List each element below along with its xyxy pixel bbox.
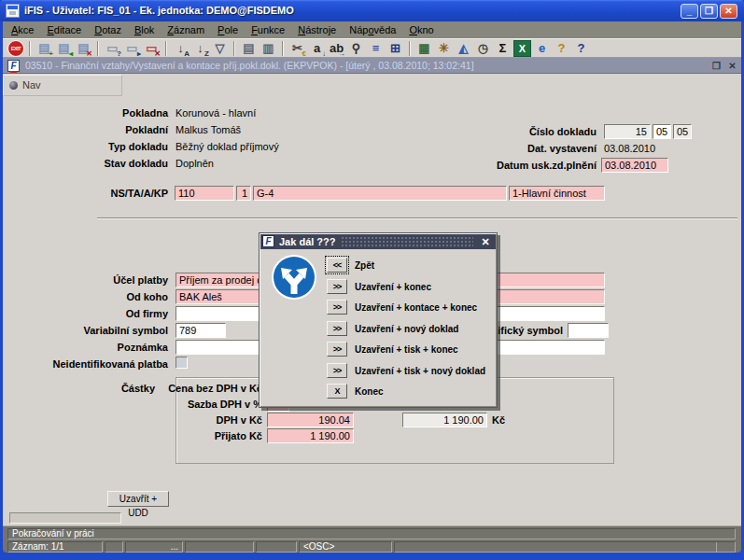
pokladna-label: Pokladna [40,107,168,119]
cut-euro-icon[interactable]: ✂€ [288,40,306,57]
field-down-icon[interactable]: a↓ [308,40,326,57]
menu-akce[interactable]: Akce [5,23,40,36]
dialog-button-label: Uzavření + kontace + konec [355,300,477,315]
cancel-query-icon[interactable]: ▭✕ [143,40,161,57]
outline-list-icon[interactable]: ≡ [367,40,385,57]
ucel-platby-label: Účel platby [40,274,168,286]
folder-chart-icon[interactable]: ▦ [415,40,433,57]
dialog-button-konec[interactable]: X [327,384,347,399]
stav-dokladu-value: Doplněn [175,158,214,169]
sum-icon[interactable]: Σ [494,40,512,57]
status-message: Pokračování v práci [7,528,736,539]
typ-dokladu-value: Běžný doklad příjmový [175,141,279,152]
stav-dokladu-label: Stav dokladu [40,158,168,169]
toolbar-separator [165,41,167,56]
form-canvas: Nav Pokladna Korunová - hlavní Pokladní … [3,74,741,525]
kp-field[interactable]: 1-Hlavní činnost [509,186,605,201]
mdi-restore-button[interactable]: ❐ [709,60,723,72]
neident-platba-checkbox[interactable] [175,357,188,369]
jak-dal-dialog: F Jak dál ??? ✕ <<Zpět>>Uzavření + konec… [259,232,498,408]
datum-plneni-label: Datum usk.zd.plnění [423,160,597,171]
dph-total-field[interactable]: 1 190.00 [402,413,487,427]
clock-icon[interactable]: ◷ [474,40,492,57]
poznamka-label: Poznámka [21,342,168,353]
variabilni-symbol-field[interactable]: 789 [175,323,226,338]
dialog-button-option-3[interactable]: >> [327,321,347,336]
dialog-close-icon[interactable]: ✕ [479,235,492,248]
help-icon[interactable]: ? [572,40,590,57]
specificky-symbol-field[interactable] [568,323,609,338]
dialog-ifis-icon: F [262,235,274,247]
ns-label: NS/TA/A/KP [40,188,168,199]
ns-field[interactable]: 110 [175,186,234,201]
dialog-button-zpet[interactable]: << [327,258,347,273]
dph-kc-field[interactable]: 190.04 [267,413,354,427]
variabilni-symbol-label: Variabilní symbol [40,325,168,336]
replace-icon[interactable]: ab→ [328,40,345,57]
cislo-dokladu-label: Číslo dokladu [423,126,597,137]
status-list-indicator: ... [125,541,183,553]
cislo-dokladu-field-2[interactable]: 05 [653,124,671,139]
record-counter: Záznam: 1/1 [7,541,103,553]
dialog-button-option-4[interactable]: >> [327,342,347,357]
window-titlebar[interactable]: iFIS - Uživatel: FIS_01 - Ek. jednotka: … [0,0,744,21]
menu-blok[interactable]: Blok [128,23,161,36]
a-field[interactable]: G-4 [253,186,507,201]
prijato-kc-field[interactable]: 1 190.00 [267,428,354,443]
mountain-icon[interactable]: ◭ [455,40,472,57]
copy-record-icon[interactable]: ▤◂ [55,40,73,57]
sort-desc-icon[interactable]: ↓Z [191,40,209,57]
mdi-close-button[interactable]: ✕ [725,60,739,72]
horizontal-scrollbar[interactable] [9,512,121,524]
nav-tab[interactable]: Nav [3,75,122,96]
ta-field[interactable]: 1 [236,186,251,201]
uzavrit-udd-button[interactable]: Uzavřít + UDD [107,491,169,507]
close-button[interactable]: ✕ [720,4,737,19]
cislo-dokladu-field-3[interactable]: 05 [673,124,692,139]
delete-record-icon[interactable]: ▤✕ [75,40,92,57]
menu-dotaz[interactable]: Dotaz [88,23,128,36]
execute-query-icon[interactable]: ▭▸ [123,40,141,57]
print-setup-icon[interactable]: ▥ [260,40,277,57]
separator-line [97,217,737,219]
cena-bez-dph-label: Cena bez DPH v Kč [143,383,262,394]
helm-icon[interactable]: ✳ [435,40,453,57]
search-icon[interactable]: ⚲ [347,40,365,57]
filter-icon[interactable]: ▽ [211,40,229,57]
mdi-title: 03510 - Finanční vztahy/Vystavení a kont… [25,58,474,74]
cislo-dokladu-field-1[interactable]: 15 [604,124,651,139]
sort-asc-icon[interactable]: ↓A [172,40,190,57]
enter-query-icon[interactable]: ▭? [104,40,121,57]
dialog-row: >>Uzavření + tisk + konec [260,342,497,357]
menu-funkce[interactable]: Funkce [245,23,291,36]
mdi-titlebar[interactable]: F 03510 - Finanční vztahy/Vystavení a ko… [3,58,741,74]
dialog-button-option-1[interactable]: >> [327,279,347,294]
menu-okno[interactable]: Okno [402,23,440,36]
dialog-button-option-5[interactable]: >> [327,363,347,378]
menu-editace[interactable]: Editace [40,23,88,36]
print-icon[interactable]: ▤ [240,40,258,57]
excel-icon[interactable]: X [513,40,531,57]
menu-napoveda[interactable]: Nápověda [343,23,402,36]
maximize-button[interactable]: ❐ [700,4,718,19]
dialog-button-label: Konec [355,384,384,399]
status-cell-4 [394,541,736,553]
user-help-icon[interactable]: ? [553,40,570,57]
menu-pole[interactable]: Pole [211,23,245,36]
dialog-button-option-2[interactable]: >> [327,300,347,315]
datum-plneni-field[interactable]: 03.08.2010 [601,158,668,173]
toolbar-separator [233,41,235,56]
status-bar: Pokračování v práci Záznam: 1/1 ... <OSC… [3,525,741,553]
browser-icon[interactable]: e [533,40,551,57]
insert-record-icon[interactable]: ▤+ [35,40,53,57]
outline-tree-icon[interactable]: ⊞ [386,40,404,57]
minimize-button[interactable]: _ [681,4,698,19]
ifis-icon: F [7,60,20,72]
status-cell-3 [256,541,297,553]
menu-nastroje[interactable]: Nástroje [291,23,343,36]
castky-label: Částky [59,383,155,394]
menu-zaznam[interactable]: Záznam [161,23,211,36]
exit-button[interactable]: EXIT [7,40,24,57]
dialog-titlebar[interactable]: F Jak dál ??? ✕ [260,234,496,249]
od-firmy-label: Od firmy [40,308,168,319]
